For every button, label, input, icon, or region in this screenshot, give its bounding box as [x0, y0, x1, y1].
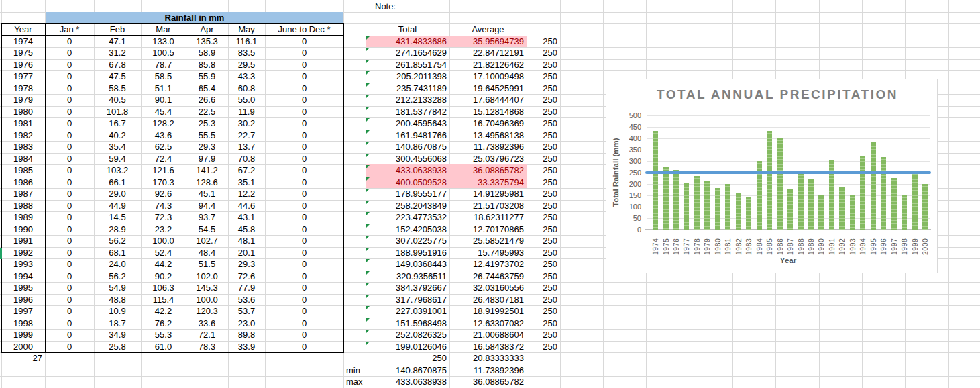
- cell-average[interactable]: 22.84712191: [449, 47, 527, 59]
- cell-ref-250[interactable]: 250: [527, 36, 560, 48]
- cell-grand-total[interactable]: 250: [366, 352, 449, 365]
- cell-ref-250[interactable]: 250: [527, 235, 560, 247]
- cell-month[interactable]: 0: [265, 341, 343, 353]
- cell-month[interactable]: 58.9: [186, 47, 228, 59]
- cell-month[interactable]: 106.3: [141, 282, 186, 294]
- cell-month[interactable]: 54.9: [94, 282, 141, 294]
- cell-month[interactable]: 68.1: [94, 247, 141, 259]
- cell-month[interactable]: 0: [265, 329, 343, 341]
- cell-month[interactable]: 72.1: [186, 329, 228, 341]
- cell-total[interactable]: 161.9481766: [366, 130, 449, 142]
- bar-1978[interactable]: [694, 176, 700, 230]
- cell-month[interactable]: 0: [45, 117, 94, 130]
- bar-1979[interactable]: [704, 181, 710, 230]
- cell-month[interactable]: 0: [45, 247, 94, 259]
- cell-average[interactable]: 15.7495993: [449, 247, 527, 259]
- cell-month[interactable]: 14.5: [94, 211, 141, 224]
- note-label[interactable]: Note:: [375, 1, 396, 13]
- cell-month[interactable]: 93.7: [186, 211, 228, 224]
- cell-month[interactable]: 54.5: [186, 224, 228, 236]
- cell-month[interactable]: 0: [265, 36, 343, 48]
- cell-month[interactable]: 59.4: [94, 153, 141, 165]
- cell-month[interactable]: 0: [265, 106, 343, 118]
- cell-ref-250[interactable]: 250: [527, 271, 560, 283]
- cell-year[interactable]: 1990: [1, 224, 45, 236]
- column-header[interactable]: Feb: [94, 23, 141, 36]
- cell-total[interactable]: 317.7968617: [366, 294, 449, 306]
- cell-total[interactable]: 433.0638938: [366, 164, 449, 177]
- cell-month[interactable]: 0: [45, 141, 94, 153]
- cell-month[interactable]: 72.3: [141, 211, 186, 224]
- cell-total[interactable]: 199.0126046: [366, 341, 449, 353]
- cell-month[interactable]: 0: [45, 130, 94, 142]
- cell-average[interactable]: 21.82126462: [449, 59, 527, 71]
- cell-month[interactable]: 97.9: [186, 153, 228, 165]
- cell-ref-250[interactable]: 250: [527, 177, 560, 189]
- bar-1986[interactable]: [777, 138, 783, 230]
- cell-month[interactable]: 102.0: [186, 271, 228, 283]
- cell-total[interactable]: 205.2011398: [366, 70, 449, 83]
- bar-1974[interactable]: [653, 131, 658, 230]
- cell-ref-250[interactable]: 250: [527, 247, 560, 259]
- cell-month[interactable]: 56.2: [94, 271, 141, 283]
- cell-month[interactable]: 0: [45, 83, 94, 95]
- bar-1999[interactable]: [912, 172, 918, 230]
- cell-year[interactable]: 1981: [1, 117, 45, 130]
- cell-month[interactable]: 170.3: [141, 177, 186, 189]
- cell-max-total[interactable]: 433.0638938: [366, 376, 449, 388]
- cell-month[interactable]: 128.6: [186, 177, 228, 189]
- cell-month[interactable]: 0: [265, 164, 343, 177]
- cell-month[interactable]: 0: [265, 271, 343, 283]
- cell-average[interactable]: 33.3375794: [449, 177, 527, 189]
- cell-month[interactable]: 78.3: [186, 341, 228, 353]
- cell-month[interactable]: 77.9: [228, 282, 265, 294]
- cell-month[interactable]: 26.6: [186, 94, 228, 106]
- cell-month[interactable]: 72.4: [141, 153, 186, 165]
- cell-month[interactable]: 48.8: [94, 294, 141, 306]
- bar-2000[interactable]: [922, 184, 928, 230]
- cell-month[interactable]: 55.5: [186, 130, 228, 142]
- cell-month[interactable]: 0: [45, 329, 94, 341]
- cell-month[interactable]: 11.9: [228, 106, 265, 118]
- cell-year[interactable]: 1982: [1, 130, 45, 142]
- bar-1975[interactable]: [663, 167, 669, 230]
- cell-average[interactable]: 12.63307082: [449, 318, 527, 330]
- cell-month[interactable]: 35.4: [94, 141, 141, 153]
- cell-month[interactable]: 90.2: [141, 271, 186, 283]
- cell-month[interactable]: 0: [45, 258, 94, 271]
- cell-month[interactable]: 12.2: [228, 188, 265, 200]
- cell-total[interactable]: 307.0225775: [366, 235, 449, 247]
- cell-month[interactable]: 0: [265, 305, 343, 318]
- cell-ref-250[interactable]: 250: [527, 282, 560, 294]
- cell-ref-250[interactable]: 250: [527, 341, 560, 353]
- cell-max-average[interactable]: 36.08865782: [449, 376, 527, 388]
- cell-ref-250[interactable]: 250: [527, 164, 560, 177]
- cell-min-total[interactable]: 140.8670875: [366, 365, 449, 377]
- cell-month[interactable]: 135.3: [186, 36, 228, 48]
- cell-total[interactable]: 149.0368443: [366, 258, 449, 271]
- merged-header-rainfall[interactable]: Rainfall in mm: [46, 12, 343, 24]
- cell-ref-250[interactable]: 250: [527, 59, 560, 71]
- cell-month[interactable]: 83.5: [228, 47, 265, 59]
- bar-1992[interactable]: [839, 187, 845, 230]
- cell-average[interactable]: 11.73892396: [449, 141, 527, 153]
- cell-month[interactable]: 0: [45, 341, 94, 353]
- column-header[interactable]: June to Dec *: [265, 23, 343, 36]
- bar-1981[interactable]: [725, 184, 730, 230]
- cell-year[interactable]: 1980: [1, 106, 45, 118]
- min-label[interactable]: min: [343, 365, 366, 377]
- cell-month[interactable]: 31.2: [94, 47, 141, 59]
- cell-month[interactable]: 0: [45, 211, 94, 224]
- cell-year[interactable]: 1987: [1, 188, 45, 200]
- column-header-total[interactable]: Total: [366, 23, 449, 36]
- cell-year[interactable]: 1994: [1, 271, 45, 283]
- cell-month[interactable]: 76.2: [141, 318, 186, 330]
- cell-average[interactable]: 26.74463759: [449, 271, 527, 283]
- cell-average[interactable]: 19.64525991: [449, 83, 527, 95]
- cell-average[interactable]: 15.12814868: [449, 106, 527, 118]
- cell-year[interactable]: 2000: [1, 341, 45, 353]
- cell-year[interactable]: 1997: [1, 305, 45, 318]
- cell-month[interactable]: 72.6: [228, 271, 265, 283]
- cell-total[interactable]: 227.0391001: [366, 305, 449, 318]
- cell-month[interactable]: 0: [45, 294, 94, 306]
